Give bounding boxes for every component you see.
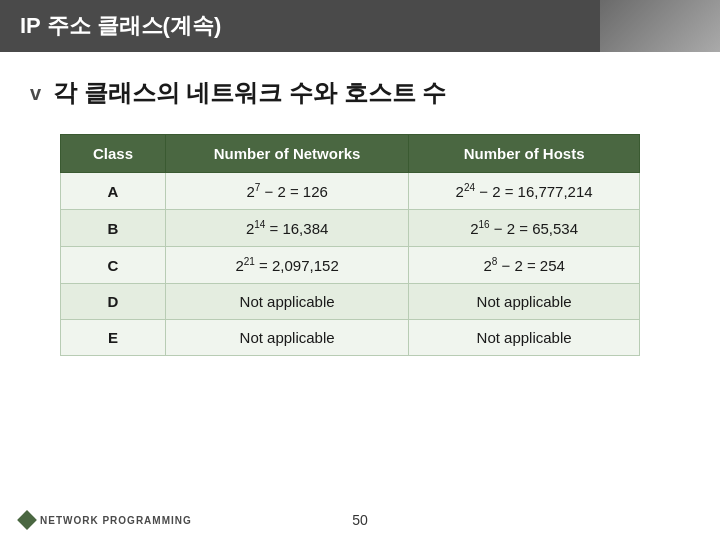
main-content: v 각 클래스의 네트워크 수와 호스트 수 Class Number of N… [0,52,720,376]
cell-hosts: Not applicable [409,284,640,320]
footer-page: 50 [352,512,368,528]
cell-class: A [61,173,166,210]
cell-hosts: 28 − 2 = 254 [409,247,640,284]
cell-class: E [61,320,166,356]
cell-networks: 221 = 2,097,152 [166,247,409,284]
cell-class: C [61,247,166,284]
col-header-class: Class [61,135,166,173]
class-table: Class Number of Networks Number of Hosts… [60,134,640,356]
table-row: B 214 = 16,384 216 − 2 = 65,534 [61,210,640,247]
header-decoration [600,0,720,52]
cell-class: B [61,210,166,247]
cell-networks: 27 − 2 = 126 [166,173,409,210]
footer-label: NETWORK PROGRAMMING [40,515,192,526]
col-header-hosts: Number of Hosts [409,135,640,173]
cell-networks: Not applicable [166,320,409,356]
cell-hosts: Not applicable [409,320,640,356]
header-title: IP 주소 클래스(계속) [20,11,221,41]
table-row: C 221 = 2,097,152 28 − 2 = 254 [61,247,640,284]
table-row: D Not applicable Not applicable [61,284,640,320]
cell-class: D [61,284,166,320]
col-header-networks: Number of Networks [166,135,409,173]
cell-networks: 214 = 16,384 [166,210,409,247]
table-row: A 27 − 2 = 126 224 − 2 = 16,777,214 [61,173,640,210]
footer: NETWORK PROGRAMMING 50 [0,512,720,528]
diamond-icon [17,510,37,530]
bullet-icon: v [30,82,41,105]
table-row: E Not applicable Not applicable [61,320,640,356]
page-header: IP 주소 클래스(계속) [0,0,720,52]
cell-hosts: 216 − 2 = 65,534 [409,210,640,247]
table-header-row: Class Number of Networks Number of Hosts [61,135,640,173]
subtitle-row: v 각 클래스의 네트워크 수와 호스트 수 [30,77,690,109]
cell-hosts: 224 − 2 = 16,777,214 [409,173,640,210]
footer-left: NETWORK PROGRAMMING [20,513,192,527]
cell-networks: Not applicable [166,284,409,320]
table-container: Class Number of Networks Number of Hosts… [60,134,690,356]
subtitle-text: 각 클래스의 네트워크 수와 호스트 수 [53,77,446,109]
